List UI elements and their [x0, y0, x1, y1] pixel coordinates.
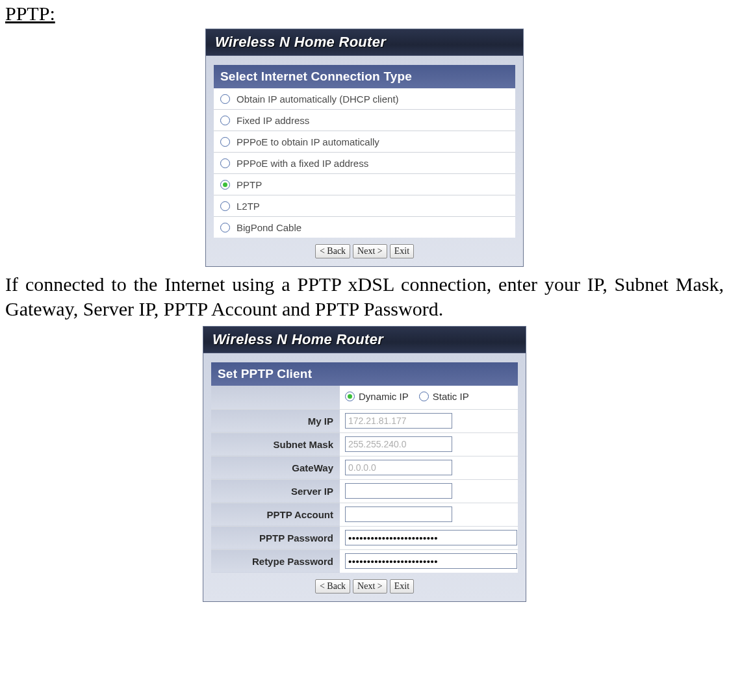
option-label: PPPoE with a fixed IP address: [237, 158, 368, 169]
option-label: BigPond Cable: [237, 222, 301, 233]
section-title-set-pptp: Set PPTP Client: [211, 362, 518, 386]
doc-paragraph-pptp-instructions: If connected to the Internet using a PPT…: [5, 272, 724, 321]
radio-icon: [220, 180, 230, 190]
brand-bar: Wireless N Home Router: [206, 29, 523, 56]
option-pppoe-fixed[interactable]: PPPoE with a fixed IP address: [214, 153, 515, 174]
ip-mode-static-label: Static IP: [433, 391, 469, 402]
connection-type-list: Obtain IP automatically (DHCP client) Fi…: [214, 88, 515, 238]
radio-icon: [220, 223, 230, 232]
option-pptp[interactable]: PPTP: [214, 174, 515, 195]
my-ip-input[interactable]: [345, 413, 452, 429]
pptp-password-input[interactable]: [345, 530, 517, 545]
next-button[interactable]: Next >: [353, 244, 387, 258]
router-panel-connection-type: Wireless N Home Router Select Internet C…: [205, 29, 524, 267]
radio-icon: [220, 94, 230, 104]
subnet-mask-input[interactable]: [345, 436, 452, 452]
retype-password-label: Retype Password: [211, 549, 340, 573]
option-dhcp[interactable]: Obtain IP automatically (DHCP client): [214, 88, 515, 110]
radio-icon: [220, 116, 230, 125]
next-button[interactable]: Next >: [353, 579, 387, 594]
radio-icon: [220, 201, 230, 211]
subnet-mask-label: Subnet Mask: [211, 432, 340, 456]
pptp-account-label: PPTP Account: [211, 503, 340, 526]
back-button[interactable]: < Back: [315, 244, 350, 258]
radio-icon: [220, 137, 230, 147]
retype-password-input[interactable]: [345, 553, 517, 569]
gateway-label: GateWay: [211, 456, 340, 479]
server-ip-input[interactable]: [345, 483, 452, 499]
option-fixed-ip[interactable]: Fixed IP address: [214, 110, 515, 131]
brand-bar: Wireless N Home Router: [203, 327, 526, 353]
ip-mode-label-cell: [211, 386, 340, 409]
exit-button[interactable]: Exit: [390, 244, 414, 258]
ip-mode-dynamic[interactable]: Dynamic IP: [345, 391, 409, 402]
option-label: PPTP: [237, 179, 262, 190]
radio-icon: [345, 392, 355, 401]
option-l2tp[interactable]: L2TP: [214, 195, 515, 217]
option-label: L2TP: [237, 201, 260, 212]
option-label: Fixed IP address: [237, 115, 309, 126]
my-ip-label: My IP: [211, 409, 340, 432]
exit-button[interactable]: Exit: [390, 579, 414, 594]
server-ip-label: Server IP: [211, 479, 340, 503]
router-panel-pptp-client: Wireless N Home Router Set PPTP Client D…: [203, 326, 526, 602]
pptp-account-input[interactable]: [345, 506, 452, 522]
ip-mode-dynamic-label: Dynamic IP: [359, 391, 409, 402]
doc-heading-pptp: PPTP:: [5, 3, 724, 25]
option-bigpond[interactable]: BigPond Cable: [214, 217, 515, 238]
section-title-select-connection: Select Internet Connection Type: [214, 65, 515, 88]
option-label: Obtain IP automatically (DHCP client): [237, 94, 399, 105]
pptp-password-label: PPTP Password: [211, 526, 340, 549]
radio-icon: [220, 158, 230, 168]
option-pppoe-auto[interactable]: PPPoE to obtain IP automatically: [214, 131, 515, 153]
option-label: PPPoE to obtain IP automatically: [237, 136, 379, 147]
ip-mode-static[interactable]: Static IP: [419, 391, 469, 402]
gateway-input[interactable]: [345, 460, 452, 475]
back-button[interactable]: < Back: [315, 579, 350, 594]
radio-icon: [419, 392, 429, 401]
